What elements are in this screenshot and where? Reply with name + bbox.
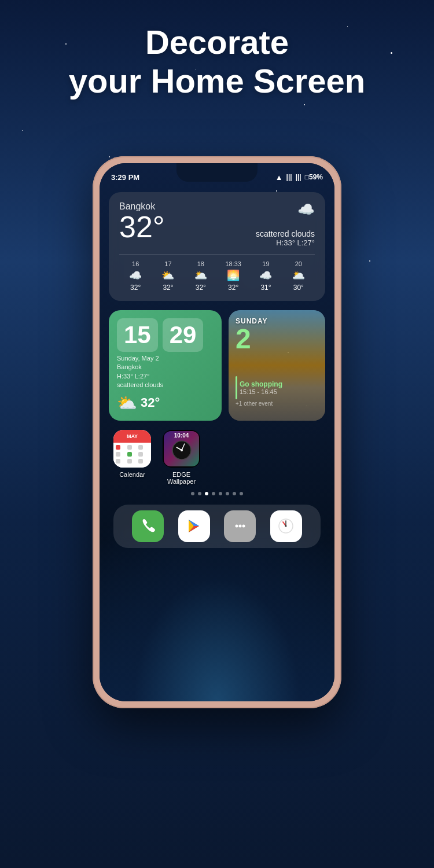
phone-content: Bangkok 32° ☁️ scattered clouds H:33° L:… [100, 192, 334, 548]
page-dot-2 [198, 492, 201, 495]
hour-temp-5: 31° [249, 284, 282, 292]
status-icons: ▲ ||| ||| □ 59% [275, 173, 323, 182]
cal-dot [138, 452, 143, 457]
clock-hour: 15 [117, 318, 158, 352]
calendar-icon-inner: MAY [113, 430, 151, 468]
clock-minute: 29 [163, 318, 204, 352]
event-time: 15:15 - 16:45 [240, 388, 282, 395]
hour-icon-6: 🌥️ [282, 269, 315, 282]
edge-wallpaper-app-icon[interactable]: 10:04 [163, 430, 200, 468]
cal-dot [116, 445, 120, 450]
hour-icon-5: ☁️ [249, 269, 282, 282]
weather-city: Bangkok [119, 201, 165, 212]
event-title: Go shopping [240, 380, 282, 388]
calendar-app-icon[interactable]: MAY [113, 430, 151, 468]
signal-icon2: ||| [296, 173, 301, 181]
hour-item-5: 19 ☁️ 31° [249, 260, 282, 292]
hour-icon-1: ☁️ [119, 269, 152, 282]
header-title: Decorate your Home Screen [0, 23, 434, 100]
clock-city: Bangkok [117, 363, 214, 372]
phone-screen: 3:29 PM ▲ ||| ||| □ 59% Bangkok [100, 163, 334, 701]
dock-clock[interactable] [270, 510, 302, 542]
cal-dot [127, 459, 132, 464]
dock-phone[interactable] [132, 510, 164, 542]
page-dot-4 [212, 492, 215, 495]
calendar-widget[interactable]: SUNDAY 2 Go shopping 15:15 - 16:45 [229, 310, 325, 421]
hour-icon-2: ⛅ [152, 269, 184, 282]
page-dot-1 [191, 492, 194, 495]
hour-time-3: 18 [185, 260, 217, 267]
hour-item-3: 18 🌥️ 32° [185, 260, 217, 292]
dock-messages[interactable] [224, 510, 256, 542]
page-dots [109, 492, 325, 495]
weather-hourly: 16 ☁️ 32° 17 ⛅ 32° 18 🌥️ 32° [119, 254, 315, 292]
hour-time-4: 18:33 [217, 260, 249, 267]
cal-dot [138, 459, 143, 464]
svg-point-14 [285, 525, 287, 527]
clock-date-info: Sunday, May 2 Bangkok H:33° L:27° scatte… [117, 354, 214, 390]
weather-hl: H:33° L:27° [256, 238, 315, 247]
clock-low: L:27° [135, 373, 150, 380]
page-dot-8 [240, 492, 243, 495]
weather-temp: 32° [119, 212, 165, 242]
clock-digits: 15 29 [117, 318, 214, 352]
clock-hl: H:33° L:27° [117, 372, 214, 381]
phone-mockup: 3:29 PM ▲ ||| ||| □ 59% Bangkok [93, 156, 341, 708]
header-section: Decorate your Home Screen [0, 23, 434, 100]
svg-point-10 [242, 525, 245, 528]
calendar-app-label: Calendar [119, 471, 145, 478]
clock-condition: scattered clouds [117, 381, 214, 389]
hour-time-6: 20 [282, 260, 315, 267]
clock-date: Sunday, May 2 [117, 354, 214, 363]
edge-wallpaper-label: EDGEWallpaper [167, 471, 196, 485]
clock-weather-row: ⛅ 32° [117, 393, 214, 413]
weather-right: ☁️ scattered clouds H:33° L:27° [256, 201, 315, 247]
wifi-icon: ▲ [275, 173, 283, 182]
hour-item-6: 20 🌥️ 30° [282, 260, 315, 292]
page-dot-7 [233, 492, 236, 495]
page-dot-6 [226, 492, 229, 495]
clock-widget[interactable]: 15 29 Sunday, May 2 Bangkok H:33° L:27° … [109, 310, 222, 421]
nebula-effect [100, 528, 334, 701]
hour-temp-6: 30° [282, 284, 315, 292]
battery-percent: 59% [309, 173, 323, 181]
hour-icon-3: 🌥️ [185, 269, 217, 282]
hour-item-4: 18:33 🌅 32° [217, 260, 249, 292]
weather-high: H:33° [276, 238, 295, 247]
weather-cloud-icon: ☁️ [256, 201, 315, 218]
calendar-icon-grid [113, 443, 151, 468]
app-item-calendar[interactable]: MAY [113, 430, 151, 485]
hour-item-1: 16 ☁️ 32° [119, 260, 152, 292]
hour-temp-3: 32° [185, 284, 217, 292]
weather-condition: scattered clouds [256, 229, 315, 238]
edge-clock-display: 10:04 [163, 430, 200, 468]
bottom-dock [113, 505, 321, 548]
clock-temp: 32° [141, 395, 160, 410]
battery-icon: □ 59% [305, 173, 323, 181]
status-time: 3:29 PM [111, 173, 139, 182]
header-line2: your Home Screen [69, 62, 366, 100]
edge-time-display: 10:04 [174, 432, 189, 439]
event-bar [236, 376, 237, 399]
widgets-row: 15 29 Sunday, May 2 Bangkok H:33° L:27° … [109, 310, 325, 421]
cal-dot [116, 452, 120, 457]
hour-item-2: 17 ⛅ 32° [152, 260, 184, 292]
status-bar: 3:29 PM ▲ ||| ||| □ 59% [100, 163, 334, 186]
cal-dot [127, 445, 132, 450]
weather-widget[interactable]: Bangkok 32° ☁️ scattered clouds H:33° L:… [109, 192, 325, 301]
hour-time-5: 19 [249, 260, 282, 267]
cal-dot [127, 452, 132, 457]
svg-point-9 [238, 525, 241, 528]
dock-play-store[interactable] [178, 510, 210, 542]
hour-temp-1: 32° [119, 284, 152, 292]
page-dot-3 [205, 492, 208, 495]
app-item-edge-wallpaper[interactable]: 10:04 [163, 430, 200, 485]
phone-outer-shell: 3:29 PM ▲ ||| ||| □ 59% Bangkok [93, 156, 341, 708]
clock-high: H:33° [117, 373, 133, 380]
signal-icon: ||| [286, 173, 292, 181]
calendar-content: SUNDAY 2 Go shopping 15:15 - 16:45 [229, 310, 325, 414]
clock-cloud-icon: ⛅ [117, 393, 137, 413]
hour-temp-4: 32° [217, 284, 249, 292]
hour-temp-2: 32° [152, 284, 184, 292]
hour-time-2: 17 [152, 260, 184, 267]
